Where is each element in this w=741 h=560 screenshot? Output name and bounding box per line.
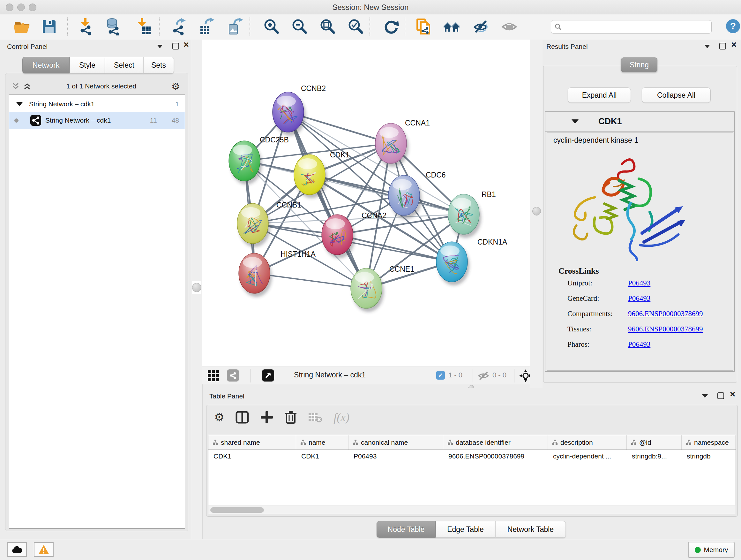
right-splitter-grip[interactable] <box>532 207 541 215</box>
table-hscrollbar-thumb[interactable] <box>210 507 264 513</box>
delete-column-icon[interactable] <box>284 410 297 424</box>
column-header-shared-name[interactable]: shared name <box>208 435 296 449</box>
first-neighbors-icon[interactable] <box>443 17 461 36</box>
collapse-all-chevron-icon[interactable] <box>11 82 20 90</box>
export-table-icon[interactable] <box>198 17 216 36</box>
column-header-description[interactable]: description <box>548 435 627 449</box>
hidden-eye-icon[interactable] <box>477 371 490 381</box>
zoom-out-icon[interactable] <box>290 17 308 36</box>
crosslink-link[interactable]: 9606.ENSP00000378699 <box>628 325 703 333</box>
import-network-database-icon[interactable] <box>104 17 122 36</box>
network-canvas[interactable]: CCNB2CCNA1CDC25BCDK1CDC6RB1CCNB1CCNA2CDK… <box>202 40 530 367</box>
network-row[interactable]: String Network – cdk1 11 48 <box>9 112 185 129</box>
tab-sets[interactable]: Sets <box>143 57 174 73</box>
protein-structure-image <box>556 149 694 261</box>
network-list-gear-icon[interactable]: ⚙ <box>172 81 180 92</box>
control-panel-close-icon[interactable]: ✕ <box>183 42 189 48</box>
edge-CCNB2-CCNE1[interactable] <box>288 112 366 288</box>
zoom-in-icon[interactable] <box>262 17 280 36</box>
table-gear-icon[interactable]: ⚙ <box>214 411 224 424</box>
table-hscrollbar[interactable] <box>208 506 735 514</box>
table-cell[interactable]: stringdb:9... <box>627 450 682 462</box>
tab-edge-table[interactable]: Edge Table <box>435 521 495 538</box>
results-panel-close-icon[interactable]: ✕ <box>731 42 737 48</box>
column-header-database-identifier[interactable]: database identifier <box>443 435 548 449</box>
zoom-fit-icon[interactable] <box>319 17 336 36</box>
left-splitter[interactable] <box>191 40 203 539</box>
node-CCNA1[interactable]: CCNA1 <box>375 119 430 167</box>
birds-eye-toggle-icon[interactable] <box>262 369 274 381</box>
grid-view-icon[interactable] <box>207 369 220 382</box>
table-cell[interactable]: CDK1 <box>296 450 348 462</box>
memory-button[interactable]: Memory <box>688 542 735 558</box>
save-session-icon[interactable] <box>40 17 58 36</box>
column-header-namespace[interactable]: namespace <box>682 435 736 449</box>
column-header-canonical-name[interactable]: canonical name <box>348 435 443 449</box>
node-CDKN1A[interactable]: CDKN1A <box>436 238 508 286</box>
table-cell[interactable]: 9606.ENSP00000378699 <box>443 450 548 462</box>
gene-expander-icon[interactable] <box>571 119 579 124</box>
refresh-icon[interactable] <box>382 17 400 36</box>
tab-node-table[interactable]: Node Table <box>377 521 435 538</box>
hide-selected-eye-icon[interactable] <box>472 17 489 36</box>
gene-section-header[interactable]: CDK1 <box>545 112 734 132</box>
import-network-file-icon[interactable] <box>77 17 95 36</box>
table-cell[interactable]: CDK1 <box>208 450 296 462</box>
network-collection-row[interactable]: String Network – cdk1 1 <box>9 96 185 112</box>
collapse-all-button[interactable]: Collapse All <box>642 87 711 103</box>
expand-all-button[interactable]: Expand All <box>568 87 631 103</box>
crosslink-link[interactable]: P06493 <box>628 340 650 349</box>
export-network-icon[interactable] <box>171 17 188 36</box>
zoom-selected-icon[interactable] <box>347 17 364 36</box>
node-CCNE1[interactable]: CCNE1 <box>351 265 414 312</box>
memory-status-icon <box>695 547 701 553</box>
node-RB1[interactable]: RB1 <box>448 190 496 238</box>
table-cell[interactable]: P06493 <box>348 450 443 462</box>
search-field[interactable] <box>551 20 712 34</box>
tab-select[interactable]: Select <box>105 57 143 73</box>
show-all-eye-icon[interactable] <box>500 17 518 36</box>
table-panel-close-icon[interactable]: ✕ <box>730 392 736 397</box>
crosslink-link[interactable]: P06493 <box>628 294 650 303</box>
clone-network-icon[interactable] <box>415 17 433 36</box>
expand-all-chevron-icon[interactable] <box>23 82 31 90</box>
import-table-icon[interactable] <box>134 17 152 36</box>
node-CDC25B[interactable]: CDC25B <box>229 136 289 185</box>
column-header-name[interactable]: name <box>296 435 348 449</box>
node-CCNB1[interactable]: CCNB1 <box>237 201 301 247</box>
help-icon[interactable]: ? <box>725 18 741 34</box>
export-image-icon[interactable] <box>226 17 244 36</box>
crosslink-link[interactable]: 9606.ENSP00000378699 <box>628 310 703 318</box>
tab-string[interactable]: String <box>621 57 657 72</box>
results-panel-menu-icon[interactable] <box>704 45 710 48</box>
node-CCNB2[interactable]: CCNB2 <box>273 84 326 136</box>
table-row[interactable]: CDK1CDK1P064939606.ENSP00000378699cyclin… <box>208 450 736 462</box>
search-input[interactable] <box>562 23 704 31</box>
table-panel-menu-icon[interactable] <box>702 394 708 398</box>
open-session-icon[interactable] <box>13 17 30 36</box>
left-splitter-grip[interactable] <box>192 283 201 292</box>
table-cell[interactable]: cyclin-dependent ... <box>548 450 627 462</box>
tab-network-table[interactable]: Network Table <box>495 521 566 538</box>
add-column-icon[interactable] <box>260 411 273 424</box>
node-HIST1H1A[interactable]: HIST1H1A <box>239 250 316 297</box>
crosslink-link[interactable]: P06493 <box>628 279 650 287</box>
table-panel-float-icon[interactable] <box>718 392 724 399</box>
right-splitter[interactable] <box>530 40 543 388</box>
show-columns-icon[interactable] <box>235 410 249 424</box>
selected-checkbox-icon[interactable]: ✓ <box>436 371 445 380</box>
cloud-button[interactable] <box>7 542 27 557</box>
node-CDC6[interactable]: CDC6 <box>388 171 446 219</box>
node-CCNA2[interactable]: CCNA2 <box>322 211 387 258</box>
warnings-button[interactable] <box>34 542 54 557</box>
tab-style[interactable]: Style <box>70 57 105 73</box>
share-view-icon[interactable] <box>227 369 239 381</box>
control-panel-float-icon[interactable] <box>172 43 179 50</box>
results-panel-float-icon[interactable] <box>719 43 726 50</box>
node-CDK1[interactable]: CDK1 <box>294 151 349 198</box>
tab-network[interactable]: Network <box>22 57 70 73</box>
column-header--id[interactable]: @id <box>627 435 682 449</box>
control-panel-menu-icon[interactable] <box>157 45 163 48</box>
collection-expander-icon[interactable] <box>16 102 23 106</box>
table-cell[interactable]: stringdb <box>682 450 736 462</box>
